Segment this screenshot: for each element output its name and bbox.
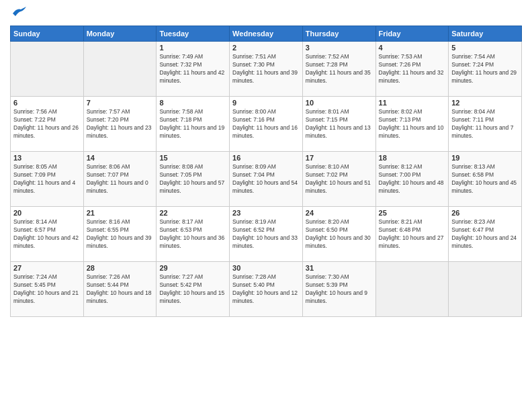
calendar-cell: 9Sunrise: 8:00 AMSunset: 7:16 PMDaylight… <box>230 97 303 152</box>
cell-info: Sunrise: 8:05 AMSunset: 7:09 PMDaylight:… <box>13 163 81 195</box>
calendar-cell: 19Sunrise: 8:13 AMSunset: 6:58 PMDayligh… <box>449 152 522 207</box>
col-header-friday: Friday <box>375 26 449 42</box>
calendar-cell: 21Sunrise: 8:16 AMSunset: 6:55 PMDayligh… <box>83 207 157 262</box>
calendar-cell: 22Sunrise: 8:17 AMSunset: 6:53 PMDayligh… <box>157 207 230 262</box>
day-number: 18 <box>379 154 446 162</box>
calendar-cell: 20Sunrise: 8:14 AMSunset: 6:57 PMDayligh… <box>11 207 84 262</box>
calendar-cell: 2Sunrise: 7:51 AMSunset: 7:30 PMDaylight… <box>230 42 303 97</box>
cell-info: Sunrise: 7:57 AMSunset: 7:20 PMDaylight:… <box>87 108 154 140</box>
day-number: 26 <box>451 209 519 217</box>
cell-info: Sunrise: 7:51 AMSunset: 7:30 PMDaylight:… <box>232 53 300 85</box>
calendar-cell <box>83 42 157 97</box>
day-number: 10 <box>306 99 373 107</box>
day-number: 23 <box>232 209 300 217</box>
calendar-cell: 1Sunrise: 7:49 AMSunset: 7:32 PMDaylight… <box>157 42 230 97</box>
cell-info: Sunrise: 8:14 AMSunset: 6:57 PMDaylight:… <box>13 218 81 250</box>
calendar-cell: 12Sunrise: 8:04 AMSunset: 7:11 PMDayligh… <box>449 97 522 152</box>
cell-info: Sunrise: 7:24 AMSunset: 5:45 PMDaylight:… <box>13 273 81 306</box>
cell-info: Sunrise: 7:27 AMSunset: 5:42 PMDaylight:… <box>159 273 226 306</box>
col-header-monday: Monday <box>83 26 157 42</box>
calendar-cell: 29Sunrise: 7:27 AMSunset: 5:42 PMDayligh… <box>157 262 230 317</box>
day-number: 4 <box>379 44 446 52</box>
calendar-cell: 4Sunrise: 7:53 AMSunset: 7:26 PMDaylight… <box>375 42 449 97</box>
day-number: 30 <box>232 264 300 272</box>
day-number: 7 <box>87 99 154 107</box>
calendar-cell <box>11 42 84 97</box>
calendar-cell: 17Sunrise: 8:10 AMSunset: 7:02 PMDayligh… <box>302 152 375 207</box>
day-number: 29 <box>159 264 226 272</box>
cell-info: Sunrise: 8:12 AMSunset: 7:00 PMDaylight:… <box>379 163 446 195</box>
calendar-cell: 25Sunrise: 8:21 AMSunset: 6:48 PMDayligh… <box>375 207 449 262</box>
cell-info: Sunrise: 8:21 AMSunset: 6:48 PMDaylight:… <box>379 218 446 250</box>
col-header-tuesday: Tuesday <box>157 26 230 42</box>
calendar-cell: 10Sunrise: 8:01 AMSunset: 7:15 PMDayligh… <box>302 97 375 152</box>
day-number: 16 <box>232 154 300 162</box>
calendar-cell: 13Sunrise: 8:05 AMSunset: 7:09 PMDayligh… <box>11 152 84 207</box>
day-number: 12 <box>451 99 519 107</box>
calendar-cell: 6Sunrise: 7:56 AMSunset: 7:22 PMDaylight… <box>11 97 84 152</box>
week-row-4: 20Sunrise: 8:14 AMSunset: 6:57 PMDayligh… <box>11 207 522 262</box>
calendar-cell <box>449 262 522 317</box>
day-number: 27 <box>13 264 81 272</box>
calendar-cell <box>375 262 449 317</box>
cell-info: Sunrise: 7:53 AMSunset: 7:26 PMDaylight:… <box>379 53 446 85</box>
calendar-cell: 28Sunrise: 7:26 AMSunset: 5:44 PMDayligh… <box>83 262 157 317</box>
col-header-sunday: Sunday <box>11 26 84 42</box>
calendar-cell: 5Sunrise: 7:54 AMSunset: 7:24 PMDaylight… <box>449 42 522 97</box>
cell-info: Sunrise: 8:02 AMSunset: 7:13 PMDaylight:… <box>379 108 446 140</box>
day-number: 22 <box>159 209 226 217</box>
cell-info: Sunrise: 8:20 AMSunset: 6:50 PMDaylight:… <box>306 218 373 250</box>
day-number: 31 <box>306 264 373 272</box>
cell-info: Sunrise: 8:04 AMSunset: 7:11 PMDaylight:… <box>451 108 519 140</box>
week-row-2: 6Sunrise: 7:56 AMSunset: 7:22 PMDaylight… <box>11 97 522 152</box>
cell-info: Sunrise: 8:01 AMSunset: 7:15 PMDaylight:… <box>306 108 373 140</box>
week-row-5: 27Sunrise: 7:24 AMSunset: 5:45 PMDayligh… <box>11 262 522 317</box>
day-number: 6 <box>13 99 81 107</box>
cell-info: Sunrise: 8:10 AMSunset: 7:02 PMDaylight:… <box>306 163 373 195</box>
col-header-saturday: Saturday <box>449 26 522 42</box>
header <box>10 7 522 20</box>
cell-info: Sunrise: 8:13 AMSunset: 6:58 PMDaylight:… <box>451 163 519 195</box>
day-number: 5 <box>451 44 519 52</box>
cell-info: Sunrise: 7:30 AMSunset: 5:39 PMDaylight:… <box>306 273 373 306</box>
calendar-cell: 24Sunrise: 8:20 AMSunset: 6:50 PMDayligh… <box>302 207 375 262</box>
cell-info: Sunrise: 7:49 AMSunset: 7:32 PMDaylight:… <box>159 53 226 85</box>
cell-info: Sunrise: 8:19 AMSunset: 6:52 PMDaylight:… <box>232 218 300 250</box>
cell-info: Sunrise: 8:08 AMSunset: 7:05 PMDaylight:… <box>159 163 226 195</box>
calendar-cell: 18Sunrise: 8:12 AMSunset: 7:00 PMDayligh… <box>375 152 449 207</box>
day-number: 1 <box>159 44 226 52</box>
logo-bird-icon <box>11 7 26 17</box>
col-header-wednesday: Wednesday <box>230 26 303 42</box>
calendar-cell: 15Sunrise: 8:08 AMSunset: 7:05 PMDayligh… <box>157 152 230 207</box>
cell-info: Sunrise: 8:06 AMSunset: 7:07 PMDaylight:… <box>87 163 154 195</box>
day-number: 17 <box>306 154 373 162</box>
calendar-cell: 16Sunrise: 8:09 AMSunset: 7:04 PMDayligh… <box>230 152 303 207</box>
calendar-cell: 30Sunrise: 7:28 AMSunset: 5:40 PMDayligh… <box>230 262 303 317</box>
calendar-cell: 27Sunrise: 7:24 AMSunset: 5:45 PMDayligh… <box>11 262 84 317</box>
calendar-cell: 14Sunrise: 8:06 AMSunset: 7:07 PMDayligh… <box>83 152 157 207</box>
cell-info: Sunrise: 7:58 AMSunset: 7:18 PMDaylight:… <box>159 108 226 140</box>
week-row-1: 1Sunrise: 7:49 AMSunset: 7:32 PMDaylight… <box>11 42 522 97</box>
col-header-thursday: Thursday <box>302 26 375 42</box>
day-number: 3 <box>306 44 373 52</box>
week-row-3: 13Sunrise: 8:05 AMSunset: 7:09 PMDayligh… <box>11 152 522 207</box>
cell-info: Sunrise: 8:16 AMSunset: 6:55 PMDaylight:… <box>87 218 154 250</box>
day-number: 28 <box>87 264 154 272</box>
day-number: 15 <box>159 154 226 162</box>
day-number: 9 <box>232 99 300 107</box>
day-number: 8 <box>159 99 226 107</box>
logo <box>10 7 26 20</box>
calendar-cell: 7Sunrise: 7:57 AMSunset: 7:20 PMDaylight… <box>83 97 157 152</box>
page: SundayMondayTuesdayWednesdayThursdayFrid… <box>0 0 532 411</box>
calendar-cell: 31Sunrise: 7:30 AMSunset: 5:39 PMDayligh… <box>302 262 375 317</box>
cell-info: Sunrise: 8:23 AMSunset: 6:47 PMDaylight:… <box>451 218 519 250</box>
cell-info: Sunrise: 8:00 AMSunset: 7:16 PMDaylight:… <box>232 108 300 140</box>
calendar-cell: 26Sunrise: 8:23 AMSunset: 6:47 PMDayligh… <box>449 207 522 262</box>
day-number: 2 <box>232 44 300 52</box>
cell-info: Sunrise: 7:52 AMSunset: 7:28 PMDaylight:… <box>306 53 373 85</box>
calendar-cell: 11Sunrise: 8:02 AMSunset: 7:13 PMDayligh… <box>375 97 449 152</box>
cell-info: Sunrise: 7:54 AMSunset: 7:24 PMDaylight:… <box>451 53 519 85</box>
cell-info: Sunrise: 8:17 AMSunset: 6:53 PMDaylight:… <box>159 218 226 250</box>
header-row: SundayMondayTuesdayWednesdayThursdayFrid… <box>11 26 522 42</box>
calendar-table: SundayMondayTuesdayWednesdayThursdayFrid… <box>10 26 522 317</box>
